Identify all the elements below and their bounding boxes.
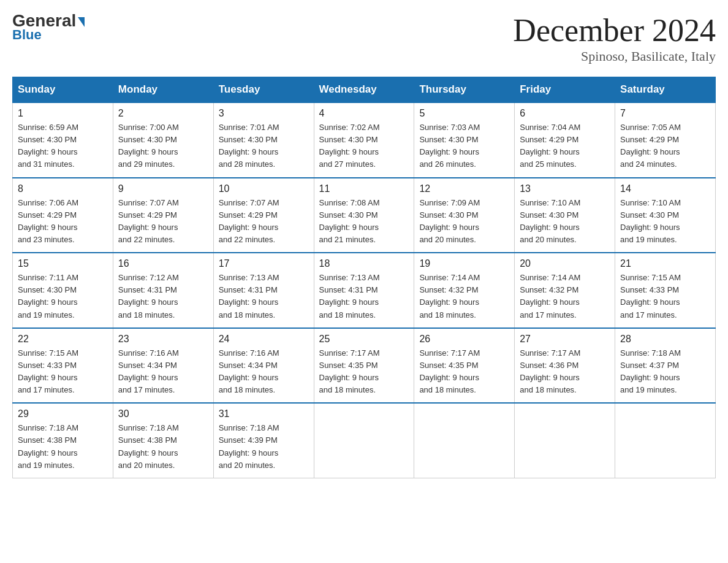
calendar-cell: 7 Sunrise: 7:05 AM Sunset: 4:29 PM Dayli… bbox=[615, 102, 716, 178]
day-number: 2 bbox=[118, 108, 208, 119]
logo: General Blue bbox=[12, 12, 85, 43]
calendar-week-3: 15 Sunrise: 7:11 AM Sunset: 4:30 PM Dayl… bbox=[13, 253, 716, 328]
calendar-cell: 3 Sunrise: 7:01 AM Sunset: 4:30 PM Dayli… bbox=[213, 102, 314, 178]
calendar-cell bbox=[414, 403, 515, 478]
calendar-cell: 21 Sunrise: 7:15 AM Sunset: 4:33 PM Dayl… bbox=[615, 253, 716, 328]
calendar-cell: 31 Sunrise: 7:18 AM Sunset: 4:39 PM Dayl… bbox=[213, 403, 314, 478]
day-info: Sunrise: 7:17 AM Sunset: 4:36 PM Dayligh… bbox=[520, 347, 610, 397]
day-info: Sunrise: 7:08 AM Sunset: 4:30 PM Dayligh… bbox=[319, 197, 409, 247]
calendar-week-4: 22 Sunrise: 7:15 AM Sunset: 4:33 PM Dayl… bbox=[13, 328, 716, 404]
calendar-cell: 13 Sunrise: 7:10 AM Sunset: 4:30 PM Dayl… bbox=[515, 178, 615, 253]
day-number: 18 bbox=[319, 258, 409, 269]
col-saturday: Saturday bbox=[615, 77, 716, 103]
calendar-cell bbox=[515, 403, 615, 478]
location: Spinoso, Basilicate, Italy bbox=[513, 48, 716, 64]
col-tuesday: Tuesday bbox=[213, 77, 314, 103]
day-info: Sunrise: 7:01 AM Sunset: 4:30 PM Dayligh… bbox=[219, 121, 309, 171]
calendar-cell: 16 Sunrise: 7:12 AM Sunset: 4:31 PM Dayl… bbox=[113, 253, 213, 328]
calendar-cell: 23 Sunrise: 7:16 AM Sunset: 4:34 PM Dayl… bbox=[113, 328, 213, 404]
page-header: General Blue December 2024 Spinoso, Basi… bbox=[12, 12, 716, 64]
day-info: Sunrise: 7:13 AM Sunset: 4:31 PM Dayligh… bbox=[219, 272, 309, 321]
day-number: 31 bbox=[219, 408, 309, 419]
calendar-week-2: 8 Sunrise: 7:06 AM Sunset: 4:29 PM Dayli… bbox=[13, 178, 716, 253]
calendar-cell: 22 Sunrise: 7:15 AM Sunset: 4:33 PM Dayl… bbox=[13, 328, 113, 404]
title-block: December 2024 Spinoso, Basilicate, Italy bbox=[513, 12, 716, 64]
day-number: 23 bbox=[118, 334, 208, 345]
day-info: Sunrise: 6:59 AM Sunset: 4:30 PM Dayligh… bbox=[18, 121, 108, 171]
day-number: 30 bbox=[118, 408, 208, 419]
col-thursday: Thursday bbox=[414, 77, 515, 103]
calendar-cell: 1 Sunrise: 6:59 AM Sunset: 4:30 PM Dayli… bbox=[13, 102, 113, 178]
day-number: 20 bbox=[520, 258, 610, 269]
calendar-cell: 19 Sunrise: 7:14 AM Sunset: 4:32 PM Dayl… bbox=[414, 253, 515, 328]
day-info: Sunrise: 7:04 AM Sunset: 4:29 PM Dayligh… bbox=[520, 121, 610, 171]
day-number: 24 bbox=[219, 334, 309, 345]
day-info: Sunrise: 7:16 AM Sunset: 4:34 PM Dayligh… bbox=[118, 347, 208, 397]
day-number: 26 bbox=[419, 334, 509, 345]
day-info: Sunrise: 7:00 AM Sunset: 4:30 PM Dayligh… bbox=[118, 121, 208, 171]
day-info: Sunrise: 7:07 AM Sunset: 4:29 PM Dayligh… bbox=[118, 197, 208, 247]
calendar-cell: 15 Sunrise: 7:11 AM Sunset: 4:30 PM Dayl… bbox=[13, 253, 113, 328]
day-number: 27 bbox=[520, 334, 610, 345]
calendar-cell: 10 Sunrise: 7:07 AM Sunset: 4:29 PM Dayl… bbox=[213, 178, 314, 253]
month-title: December 2024 bbox=[513, 12, 716, 48]
calendar-cell: 24 Sunrise: 7:16 AM Sunset: 4:34 PM Dayl… bbox=[213, 328, 314, 404]
day-info: Sunrise: 7:16 AM Sunset: 4:34 PM Dayligh… bbox=[219, 347, 309, 397]
calendar-cell: 14 Sunrise: 7:10 AM Sunset: 4:30 PM Dayl… bbox=[615, 178, 716, 253]
day-info: Sunrise: 7:09 AM Sunset: 4:30 PM Dayligh… bbox=[419, 197, 509, 247]
day-number: 17 bbox=[219, 258, 309, 269]
calendar-cell: 28 Sunrise: 7:18 AM Sunset: 4:37 PM Dayl… bbox=[615, 328, 716, 404]
day-info: Sunrise: 7:18 AM Sunset: 4:39 PM Dayligh… bbox=[219, 422, 309, 472]
day-number: 1 bbox=[18, 108, 108, 119]
day-info: Sunrise: 7:06 AM Sunset: 4:29 PM Dayligh… bbox=[18, 197, 108, 247]
day-info: Sunrise: 7:18 AM Sunset: 4:38 PM Dayligh… bbox=[18, 422, 108, 472]
day-number: 3 bbox=[219, 108, 309, 119]
day-number: 8 bbox=[18, 183, 108, 194]
calendar-table: Sunday Monday Tuesday Wednesday Thursday… bbox=[12, 77, 716, 478]
day-info: Sunrise: 7:05 AM Sunset: 4:29 PM Dayligh… bbox=[620, 121, 710, 171]
day-info: Sunrise: 7:14 AM Sunset: 4:32 PM Dayligh… bbox=[520, 272, 610, 321]
day-info: Sunrise: 7:17 AM Sunset: 4:35 PM Dayligh… bbox=[319, 347, 409, 397]
day-number: 6 bbox=[520, 108, 610, 119]
day-info: Sunrise: 7:18 AM Sunset: 4:37 PM Dayligh… bbox=[620, 347, 710, 397]
logo-blue: Blue bbox=[12, 27, 42, 43]
day-number: 9 bbox=[118, 183, 208, 194]
day-number: 10 bbox=[219, 183, 309, 194]
calendar-week-5: 29 Sunrise: 7:18 AM Sunset: 4:38 PM Dayl… bbox=[13, 403, 716, 478]
col-wednesday: Wednesday bbox=[314, 77, 414, 103]
col-friday: Friday bbox=[515, 77, 615, 103]
day-info: Sunrise: 7:03 AM Sunset: 4:30 PM Dayligh… bbox=[419, 121, 509, 171]
day-info: Sunrise: 7:15 AM Sunset: 4:33 PM Dayligh… bbox=[620, 272, 710, 321]
day-number: 11 bbox=[319, 183, 409, 194]
day-number: 21 bbox=[620, 258, 710, 269]
day-info: Sunrise: 7:02 AM Sunset: 4:30 PM Dayligh… bbox=[319, 121, 409, 171]
calendar-cell: 8 Sunrise: 7:06 AM Sunset: 4:29 PM Dayli… bbox=[13, 178, 113, 253]
day-number: 19 bbox=[419, 258, 509, 269]
day-info: Sunrise: 7:14 AM Sunset: 4:32 PM Dayligh… bbox=[419, 272, 509, 321]
day-number: 13 bbox=[520, 183, 610, 194]
day-number: 25 bbox=[319, 334, 409, 345]
day-number: 22 bbox=[18, 334, 108, 345]
day-info: Sunrise: 7:11 AM Sunset: 4:30 PM Dayligh… bbox=[18, 272, 108, 321]
calendar-cell: 27 Sunrise: 7:17 AM Sunset: 4:36 PM Dayl… bbox=[515, 328, 615, 404]
day-number: 5 bbox=[419, 108, 509, 119]
calendar-cell: 11 Sunrise: 7:08 AM Sunset: 4:30 PM Dayl… bbox=[314, 178, 414, 253]
day-info: Sunrise: 7:10 AM Sunset: 4:30 PM Dayligh… bbox=[620, 197, 710, 247]
day-info: Sunrise: 7:17 AM Sunset: 4:35 PM Dayligh… bbox=[419, 347, 509, 397]
calendar-cell: 4 Sunrise: 7:02 AM Sunset: 4:30 PM Dayli… bbox=[314, 102, 414, 178]
day-info: Sunrise: 7:12 AM Sunset: 4:31 PM Dayligh… bbox=[118, 272, 208, 321]
calendar-cell: 2 Sunrise: 7:00 AM Sunset: 4:30 PM Dayli… bbox=[113, 102, 213, 178]
calendar-cell: 25 Sunrise: 7:17 AM Sunset: 4:35 PM Dayl… bbox=[314, 328, 414, 404]
calendar-cell: 29 Sunrise: 7:18 AM Sunset: 4:38 PM Dayl… bbox=[13, 403, 113, 478]
day-info: Sunrise: 7:10 AM Sunset: 4:30 PM Dayligh… bbox=[520, 197, 610, 247]
calendar-header-row: Sunday Monday Tuesday Wednesday Thursday… bbox=[13, 77, 716, 103]
calendar-cell: 30 Sunrise: 7:18 AM Sunset: 4:38 PM Dayl… bbox=[113, 403, 213, 478]
calendar-cell: 9 Sunrise: 7:07 AM Sunset: 4:29 PM Dayli… bbox=[113, 178, 213, 253]
day-info: Sunrise: 7:13 AM Sunset: 4:31 PM Dayligh… bbox=[319, 272, 409, 321]
day-number: 16 bbox=[118, 258, 208, 269]
calendar-cell: 20 Sunrise: 7:14 AM Sunset: 4:32 PM Dayl… bbox=[515, 253, 615, 328]
calendar-week-1: 1 Sunrise: 6:59 AM Sunset: 4:30 PM Dayli… bbox=[13, 102, 716, 178]
calendar-cell bbox=[615, 403, 716, 478]
col-monday: Monday bbox=[113, 77, 213, 103]
day-number: 28 bbox=[620, 334, 710, 345]
